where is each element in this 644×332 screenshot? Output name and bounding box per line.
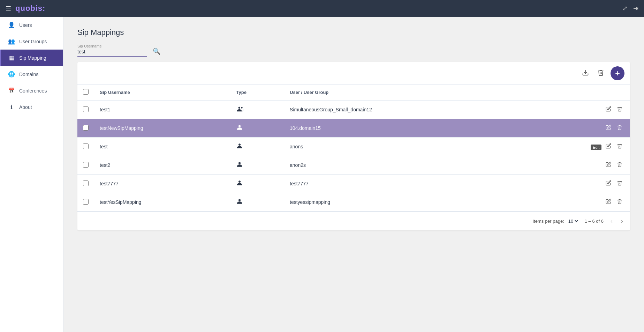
sidebar-label-user-groups: User Groups — [19, 39, 47, 44]
edit-row-button[interactable] — [604, 160, 613, 170]
row-checkbox-cell — [77, 138, 94, 156]
user-type-icon — [236, 125, 243, 132]
table-row: testNewSipMapping 104.domain15 — [77, 119, 630, 138]
sidebar-item-users[interactable]: 👤 Users — [0, 17, 63, 33]
add-button[interactable]: + — [611, 66, 624, 80]
table-container: + Sip Username Type User / User Group — [77, 62, 630, 230]
table-row: test7777 test7777 — [77, 175, 630, 193]
sip-username-cell: test7777 — [94, 175, 231, 193]
row-checkbox[interactable] — [83, 162, 89, 168]
sidebar-label-about: About — [19, 104, 32, 110]
sip-username-input[interactable] — [77, 49, 147, 54]
user-group-cell: anons — [284, 138, 518, 156]
user-group-cell: anon2s — [284, 156, 518, 175]
svg-point-6 — [238, 180, 241, 183]
logout-icon[interactable]: ⇥ — [633, 5, 638, 12]
delete-row-button[interactable] — [615, 123, 624, 133]
topbar: ☰ quobis: ⤢ ⇥ — [0, 0, 644, 17]
pagination: Items per page: 10 5 25 50 1 – 6 of 6 ‹ … — [77, 212, 630, 230]
actions-cell — [518, 193, 630, 212]
user-type-icon — [236, 162, 243, 169]
sip-username-cell: test1 — [94, 100, 231, 119]
hamburger-icon[interactable]: ☰ — [6, 5, 11, 12]
filter-bar: Sip Username 🔍 — [77, 44, 630, 57]
delete-row-button[interactable] — [615, 197, 624, 207]
domains-icon: 🌐 — [8, 71, 15, 78]
actions-cell: Edit — [518, 138, 630, 156]
actions-cell — [518, 100, 630, 119]
restore-icon[interactable]: ⤢ — [622, 5, 628, 12]
next-page-button[interactable]: › — [620, 216, 624, 226]
about-icon: ℹ — [8, 104, 15, 110]
sip-username-cell: test2 — [94, 156, 231, 175]
user-group-cell: 104.domain15 — [284, 119, 518, 138]
select-all-checkbox[interactable] — [83, 89, 89, 95]
svg-point-4 — [238, 143, 241, 146]
page-title: Sip Mappings — [77, 28, 630, 37]
delete-row-button[interactable] — [615, 160, 624, 170]
row-checkbox-cell — [77, 156, 94, 175]
table-row: test1 SimultaneousGroup_Small — [77, 100, 630, 119]
sidebar-label-domains: Domains — [19, 72, 38, 77]
sidebar-item-conferences[interactable]: 📅 Conferences — [0, 82, 63, 99]
svg-point-1 — [238, 106, 240, 108]
type-cell — [231, 193, 285, 212]
col-checkbox — [77, 85, 94, 100]
edit-tooltip: Edit — [591, 145, 601, 150]
page-info: 1 – 6 of 6 — [585, 219, 604, 224]
type-cell — [231, 175, 285, 193]
row-checkbox-cell — [77, 193, 94, 212]
edit-row-button[interactable] — [604, 105, 613, 115]
prev-page-button[interactable]: ‹ — [609, 216, 614, 226]
sip-mappings-table: Sip Username Type User / User Group test… — [77, 85, 630, 212]
items-per-page: Items per page: 10 5 25 50 — [532, 218, 579, 224]
edit-row-button[interactable] — [604, 197, 613, 207]
sidebar-item-domains[interactable]: 🌐 Domains — [0, 66, 63, 82]
sidebar-label-conferences: Conferences — [19, 88, 47, 94]
items-per-page-label: Items per page: — [532, 219, 564, 224]
sip-username-cell: test — [94, 138, 231, 156]
row-checkbox[interactable] — [83, 125, 89, 131]
sidebar-item-sip-mapping[interactable]: ▦ Sip Mapping — [0, 50, 63, 66]
edit-row-button[interactable] — [604, 179, 613, 189]
row-checkbox[interactable] — [83, 143, 89, 149]
delete-button[interactable] — [595, 67, 606, 80]
row-checkbox[interactable] — [83, 199, 89, 205]
delete-row-button[interactable] — [615, 142, 624, 152]
topbar-right: ⤢ ⇥ — [622, 5, 638, 12]
sidebar-item-about[interactable]: ℹ About — [0, 99, 63, 115]
type-cell — [231, 100, 285, 119]
sip-username-filter: Sip Username — [77, 44, 147, 57]
sip-mapping-icon: ▦ — [8, 54, 15, 61]
per-page-select[interactable]: 10 5 25 50 — [567, 218, 579, 224]
table-toolbar: + — [77, 62, 630, 85]
user-type-icon — [236, 199, 243, 206]
delete-row-button[interactable] — [615, 179, 624, 189]
main-content: Sip Mappings Sip Username 🔍 — [63, 17, 644, 332]
col-actions — [518, 85, 630, 100]
sidebar: 👤 Users 👥 User Groups ▦ Sip Mapping 🌐 Do… — [0, 17, 63, 332]
search-button[interactable]: 🔍 — [151, 46, 162, 57]
user-type-icon — [236, 181, 243, 188]
download-button[interactable] — [580, 67, 591, 80]
edit-row-button[interactable] — [604, 123, 613, 133]
user-type-icon — [236, 144, 243, 151]
svg-point-7 — [238, 199, 241, 201]
user-icon: 👤 — [8, 22, 15, 28]
sidebar-label-users: Users — [19, 22, 32, 28]
svg-point-5 — [238, 162, 241, 164]
sip-username-cell: testNewSipMapping — [94, 119, 231, 138]
col-user-group: User / User Group — [284, 85, 518, 100]
svg-point-3 — [238, 125, 241, 127]
row-checkbox[interactable] — [83, 106, 89, 112]
sip-username-cell: testYesSipMapping — [94, 193, 231, 212]
user-group-cell: testyessipmapping — [284, 193, 518, 212]
table-row: test2 anon2s — [77, 156, 630, 175]
delete-row-button[interactable] — [615, 105, 624, 115]
sidebar-item-user-groups[interactable]: 👥 User Groups — [0, 33, 63, 50]
row-checkbox[interactable] — [83, 180, 89, 186]
edit-row-button[interactable] — [604, 142, 613, 152]
actions-cell — [518, 119, 630, 138]
user-group-cell: SimultaneousGroup_Small_domain12 — [284, 100, 518, 119]
table-row: test anons Edit — [77, 138, 630, 156]
